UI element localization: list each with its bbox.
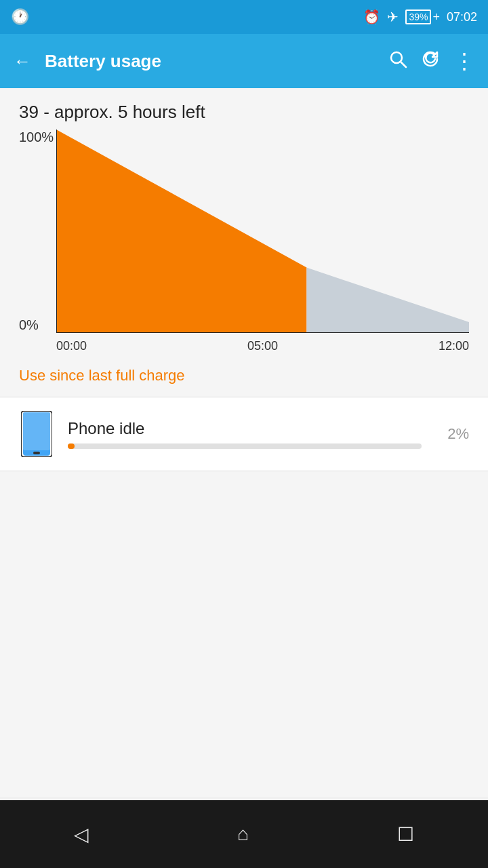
use-since-label[interactable]: Use since last full charge (19, 353, 469, 397)
battery-item-phone-idle[interactable]: Phone idle 2% (0, 397, 488, 471)
status-time: 07:02 (447, 10, 477, 24)
status-bar: 🕐 ⏰ ✈ 39% + 07:02 (0, 0, 488, 34)
battery-summary: 39 - approx. 5 hours left (19, 102, 469, 123)
svg-rect-8 (23, 412, 50, 450)
airplane-icon: ✈ (387, 9, 399, 25)
svg-rect-9 (33, 452, 40, 454)
clock-icon: 🕐 (11, 8, 29, 26)
phone-idle-bar (68, 443, 422, 449)
app-bar: ← Battery usage ⋮ (0, 34, 488, 88)
phone-idle-icon (19, 410, 54, 458)
more-button[interactable]: ⋮ (453, 48, 474, 74)
search-button[interactable] (388, 50, 407, 73)
phone-idle-name: Phone idle (68, 419, 422, 438)
main-content: 39 - approx. 5 hours left 100% 0% 00:00 … (0, 88, 488, 397)
battery-indicator: 39% + (405, 9, 440, 24)
phone-idle-percent: 2% (435, 425, 469, 443)
svg-marker-3 (306, 268, 469, 333)
nav-bar: ◁ ⌂ ☐ (0, 800, 488, 868)
alarm-icon: ⏰ (363, 9, 380, 25)
page-title: Battery usage (45, 51, 375, 72)
chart-x-label-2: 12:00 (439, 339, 469, 353)
battery-chart: 100% 0% 00:00 05:00 12:00 (19, 130, 469, 353)
empty-area (0, 471, 488, 797)
phone-idle-bar-fill (68, 443, 75, 449)
svg-marker-2 (56, 130, 306, 333)
nav-back-button[interactable]: ◁ (74, 823, 89, 846)
chart-y-top: 100% (19, 130, 54, 145)
back-button[interactable]: ← (14, 51, 31, 72)
chart-x-label-1: 05:00 (247, 339, 278, 353)
chart-y-bottom: 0% (19, 317, 39, 333)
chart-svg-area (56, 130, 469, 333)
chart-x-labels: 00:00 05:00 12:00 (56, 339, 469, 353)
nav-home-button[interactable]: ⌂ (237, 823, 249, 845)
refresh-button[interactable] (421, 50, 440, 73)
chart-x-label-0: 00:00 (56, 339, 87, 353)
svg-line-1 (401, 62, 406, 67)
phone-idle-info: Phone idle (68, 419, 422, 449)
nav-recent-button[interactable]: ☐ (397, 823, 414, 846)
